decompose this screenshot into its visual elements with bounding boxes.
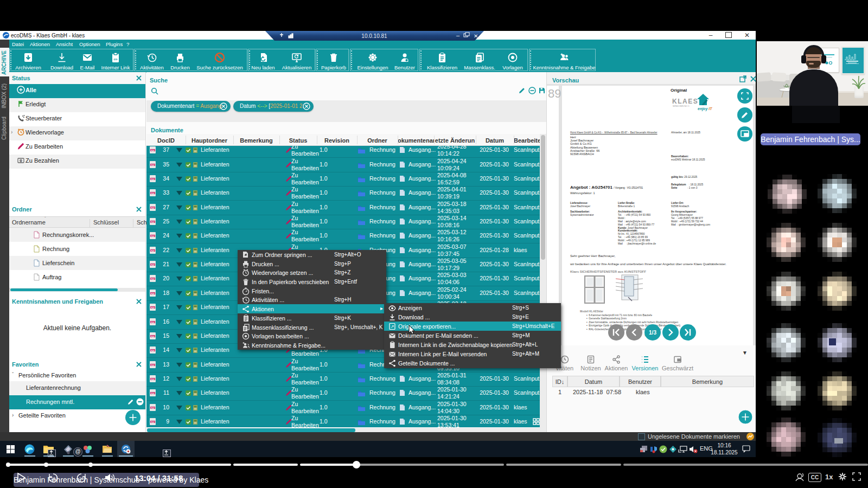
svg-text:✕: ✕	[474, 33, 478, 39]
svg-text:PDF: PDF	[151, 407, 155, 409]
svg-text:PDF: PDF	[151, 393, 155, 395]
svg-text:10.0.10.81: 10.0.10.81	[361, 33, 387, 39]
svg-text:PDF: PDF	[151, 421, 155, 423]
svg-text:PDF: PDF	[151, 336, 155, 338]
svg-text:PDF: PDF	[151, 293, 155, 295]
svg-text:PDF: PDF	[151, 178, 155, 181]
svg-text:–: –	[456, 32, 460, 38]
svg-text:10: 10	[51, 477, 55, 480]
svg-text:PDF: PDF	[151, 250, 155, 252]
svg-text:PDF: PDF	[151, 150, 155, 152]
svg-text:PDF: PDF	[151, 235, 155, 237]
svg-text:PDF: PDF	[151, 364, 155, 367]
svg-text:PDF: PDF	[151, 307, 155, 309]
svg-text:PDF: PDF	[151, 350, 155, 352]
svg-text:PDF: PDF	[151, 264, 155, 266]
svg-text:PDF: PDF	[151, 322, 155, 324]
svg-text:10: 10	[79, 477, 84, 480]
svg-text:PDF: PDF	[151, 221, 155, 223]
svg-text:PDF: PDF	[151, 207, 155, 209]
svg-text:1/3: 1/3	[649, 330, 656, 336]
svg-text:↗: ↗	[391, 324, 394, 329]
svg-text:PDF: PDF	[151, 378, 155, 381]
svg-text:PDF: PDF	[151, 192, 155, 195]
svg-text:PDF: PDF	[151, 278, 155, 280]
svg-text:PDF: PDF	[151, 164, 155, 166]
